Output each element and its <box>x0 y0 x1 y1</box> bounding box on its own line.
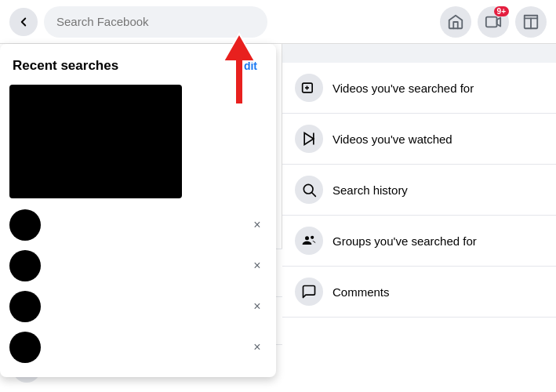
comments-icon <box>295 278 323 306</box>
recent-avatar <box>9 291 41 322</box>
svg-marker-1 <box>497 17 501 26</box>
videos-watched-icon <box>295 125 323 153</box>
right-panel-header <box>282 44 556 63</box>
remove-button[interactable]: × <box>245 335 270 360</box>
videos-searched-icon <box>295 74 323 102</box>
recent-item[interactable]: × <box>0 205 276 245</box>
activity-label: Search history <box>333 183 408 197</box>
video-badge: 9+ <box>494 6 509 16</box>
activity-item-videos-watched[interactable]: Videos you've watched <box>282 114 556 165</box>
recent-searches-title: Recent searches <box>13 58 118 74</box>
main-layout: Recent searches Edit × × <box>0 44 556 392</box>
activity-item-groups-searched[interactable]: Groups you've searched for <box>282 216 556 267</box>
video-button[interactable]: 9+ <box>478 6 509 38</box>
dropdown-header: Recent searches Edit <box>0 50 276 82</box>
activity-label: Comments <box>333 285 390 299</box>
search-dropdown: Recent searches Edit × × <box>0 44 276 377</box>
marketplace-button[interactable] <box>515 6 547 38</box>
search-input[interactable] <box>44 6 267 38</box>
activity-label: Groups you've searched for <box>333 234 477 248</box>
recent-avatar <box>9 332 41 363</box>
remove-button[interactable]: × <box>245 294 270 319</box>
recent-search-thumbnail <box>9 85 182 198</box>
top-bar: 9+ <box>0 0 556 44</box>
svg-line-12 <box>312 193 316 197</box>
search-history-icon <box>295 176 323 204</box>
svg-marker-9 <box>304 133 314 145</box>
activity-label: Videos you've searched for <box>333 82 474 95</box>
activity-label: Videos you've watched <box>333 132 452 146</box>
nav-icons: 9+ <box>440 6 547 38</box>
home-button[interactable] <box>440 6 471 38</box>
left-panel: Recent searches Edit × × <box>0 44 282 392</box>
groups-searched-icon <box>295 227 323 255</box>
recent-item[interactable]: × <box>0 327 276 368</box>
svg-point-13 <box>305 236 309 240</box>
remove-button[interactable]: × <box>245 253 270 278</box>
activity-item-comments[interactable]: Comments <box>282 267 556 318</box>
svg-point-14 <box>311 236 314 239</box>
back-button[interactable] <box>9 8 38 36</box>
remove-button[interactable]: × <box>245 212 270 238</box>
recent-list: × × × <box>0 201 276 371</box>
edit-button[interactable]: Edit <box>231 56 263 75</box>
activity-item-search-history[interactable]: Search history <box>282 165 556 216</box>
activity-item-videos-searched[interactable]: Videos you've searched for <box>282 63 556 114</box>
right-panel: Videos you've searched for Videos you've… <box>282 44 556 392</box>
recent-avatar <box>9 209 41 241</box>
svg-rect-0 <box>486 16 497 27</box>
recent-item[interactable]: × <box>0 245 276 286</box>
recent-item[interactable]: × <box>0 286 276 327</box>
recent-avatar <box>9 250 41 281</box>
